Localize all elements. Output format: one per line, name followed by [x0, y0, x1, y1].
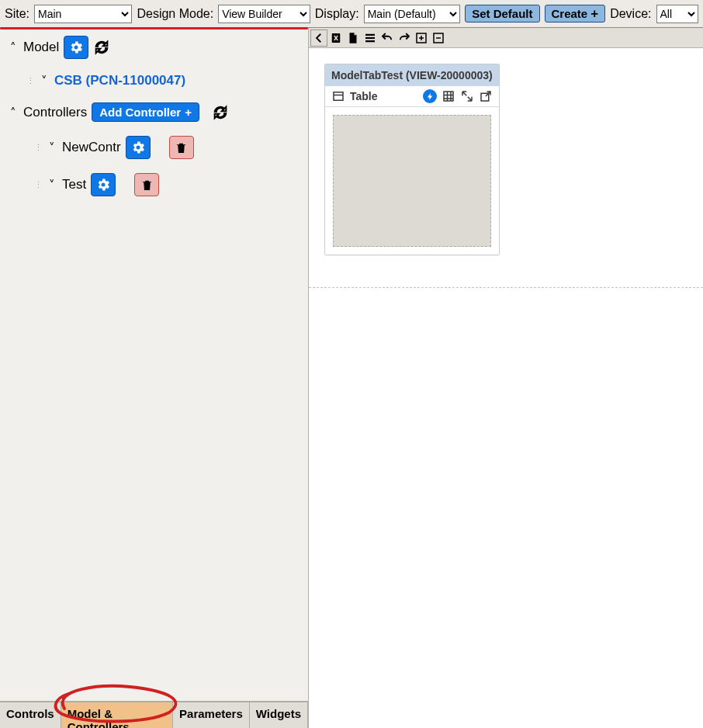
svg-rect-3 [365, 40, 375, 42]
chevron-down-icon[interactable]: ˅ [47, 178, 57, 192]
widget-title: ModelTabTest (VIEW-20000003) [325, 64, 499, 86]
chevron-up-icon[interactable]: ˄ [8, 106, 19, 120]
tab-model-controllers[interactable]: Model & Controllers [61, 702, 173, 728]
svg-rect-6 [334, 92, 343, 101]
undo-icon[interactable] [379, 29, 396, 47]
svg-rect-7 [444, 92, 453, 101]
plus-icon: + [185, 106, 192, 119]
delete-button[interactable] [134, 173, 159, 196]
device-select[interactable]: All [656, 5, 698, 23]
redo-icon[interactable] [396, 29, 413, 47]
display-label: Display: [315, 7, 359, 21]
top-toolbar: Site: Main Design Mode: View Builder Dis… [0, 0, 703, 28]
controllers-label: Controllers [23, 105, 87, 120]
controller-node[interactable]: ⋮ ˅ NewContr [34, 136, 300, 159]
canvas-toolbar [309, 28, 703, 48]
page-icon[interactable] [345, 29, 362, 47]
view-widget[interactable]: ModelTabTest (VIEW-20000003) Table [324, 64, 500, 255]
bolt-icon[interactable] [423, 89, 437, 103]
chevron-down-icon[interactable]: ˅ [39, 74, 50, 88]
list-icon[interactable] [362, 29, 379, 47]
right-panel: ModelTabTest (VIEW-20000003) Table [309, 28, 703, 728]
device-label: Device: [610, 7, 651, 21]
create-button[interactable]: Create+ [545, 5, 606, 23]
gear-icon[interactable] [64, 36, 88, 59]
remove-box-icon[interactable] [430, 29, 447, 47]
controllers-node[interactable]: ˄ Controllers Add Controller+ [8, 102, 300, 122]
expand-in-icon[interactable] [460, 89, 474, 103]
model-child-node[interactable]: ⋮ ˅ CSB (PCN-11000047) [26, 73, 300, 88]
plus-icon: + [590, 7, 598, 20]
widget-type: Table [350, 90, 378, 102]
open-external-icon[interactable] [479, 89, 493, 103]
add-controller-button[interactable]: Add Controller+ [92, 102, 199, 122]
controller-node[interactable]: ⋮ ˅ Test [34, 173, 300, 196]
delete-icon[interactable] [327, 29, 345, 47]
set-default-button[interactable]: Set Default [465, 5, 539, 23]
table-placeholder [325, 107, 499, 255]
gear-icon[interactable] [126, 136, 151, 159]
controller-name: Test [62, 177, 86, 192]
grid-icon[interactable] [442, 89, 455, 103]
annotation-red-underline [0, 27, 308, 29]
left-panel-tabs: Controls Model & Controllers Parameters … [0, 702, 308, 728]
design-mode-label: Design Mode: [137, 7, 213, 21]
model-node[interactable]: ˄ Model [8, 36, 300, 59]
site-select[interactable]: Main [34, 5, 132, 23]
tab-controls[interactable]: Controls [0, 702, 61, 728]
chevron-left-icon[interactable] [310, 29, 327, 47]
tab-parameters[interactable]: Parameters [173, 702, 250, 728]
delete-button[interactable] [169, 136, 194, 159]
left-panel: ˄ Model ⋮ ˅ CSB (PCN-11000047) ˄ Control… [0, 28, 309, 728]
chevron-down-icon[interactable]: ˅ [47, 140, 57, 154]
site-label: Site: [5, 7, 29, 21]
model-child-link[interactable]: CSB (PCN-11000047) [54, 73, 185, 88]
refresh-icon[interactable] [93, 39, 110, 56]
refresh-icon[interactable] [212, 104, 229, 121]
design-mode-select[interactable]: View Builder [218, 5, 310, 23]
gear-icon[interactable] [91, 173, 116, 196]
table-icon [331, 89, 345, 103]
tree-view: ˄ Model ⋮ ˅ CSB (PCN-11000047) ˄ Control… [0, 28, 308, 702]
chevron-up-icon[interactable]: ˄ [8, 40, 19, 54]
svg-rect-1 [365, 33, 375, 35]
design-canvas[interactable]: ModelTabTest (VIEW-20000003) Table [309, 48, 703, 728]
canvas-divider [309, 287, 703, 288]
tab-widgets[interactable]: Widgets [250, 702, 308, 728]
model-label: Model [23, 40, 59, 55]
controller-name: NewContr [62, 140, 121, 155]
add-box-icon[interactable] [413, 29, 430, 47]
display-select[interactable]: Main (Default) [364, 5, 460, 23]
svg-rect-2 [365, 36, 375, 38]
